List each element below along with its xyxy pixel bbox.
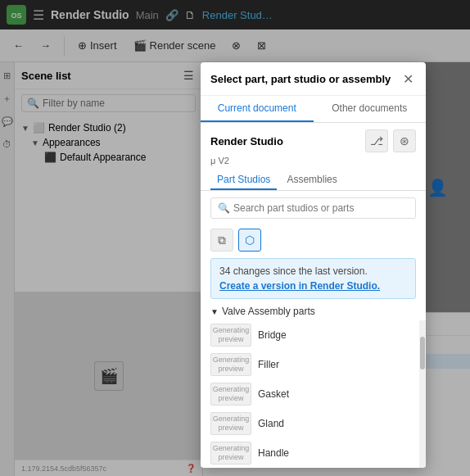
scrollbar-thumb: [420, 337, 425, 369]
modal-doc-version: μ V2: [201, 156, 426, 170]
part-item[interactable]: Generating preview Gland: [201, 409, 426, 438]
modal-close-btn[interactable]: ✕: [400, 70, 416, 87]
modal-tabs: Current document Other documents: [201, 96, 426, 123]
part-item[interactable]: Generating preview Gasket: [201, 379, 426, 409]
modal-header: Select part, part studio or assembly ✕: [201, 62, 426, 96]
tab-other-documents[interactable]: Other documents: [314, 96, 427, 122]
chevron-down-icon: ▼: [210, 307, 219, 316]
sub-tab-assemblies[interactable]: Assemblies: [280, 170, 343, 190]
part-item[interactable]: Generating preview Filler: [201, 350, 426, 379]
changes-banner-text: 34 changes since the last version.: [219, 265, 407, 277]
select-part-modal: Select part, part studio or assembly ✕ C…: [201, 62, 426, 468]
cube-view-btn[interactable]: ⬡: [238, 229, 261, 252]
modal-sub-tabs: Part Studios Assemblies: [201, 170, 426, 191]
modal-search-box: 🔍: [210, 197, 416, 219]
modal-title: Select part, part studio or assembly: [210, 73, 400, 85]
part-item[interactable]: Generating preview Handle: [201, 438, 426, 468]
search-icon-modal: 🔍: [218, 202, 230, 214]
part-preview: Generating preview: [210, 324, 251, 347]
sub-tab-part-studios[interactable]: Part Studios: [210, 170, 277, 190]
modal-doc-header: Render Studio ⎇ ⊛: [201, 123, 426, 156]
part-preview: Generating preview: [210, 442, 251, 465]
part-preview: Generating preview: [210, 412, 251, 435]
part-item[interactable]: Generating preview Bridge: [201, 320, 426, 350]
tab-current-document[interactable]: Current document: [201, 96, 314, 122]
branch-icon-btn[interactable]: ⎇: [365, 129, 388, 152]
create-version-link[interactable]: Create a version in Render Studio.: [219, 280, 407, 292]
part-search-input[interactable]: [233, 202, 409, 214]
modal-icon-row: ⧉ ⬡: [201, 225, 426, 255]
part-preview: Generating preview: [210, 353, 251, 376]
parts-list: Generating preview Bridge Generating pre…: [201, 320, 426, 468]
copy-view-btn[interactable]: ⧉: [210, 229, 233, 252]
modal-scrollbar[interactable]: [419, 320, 426, 468]
changes-banner: 34 changes since the last version. Creat…: [210, 258, 416, 299]
parts-section-header: ▼ Valve Assembly parts: [201, 302, 426, 320]
link-icon-btn[interactable]: ⊛: [393, 129, 416, 152]
part-preview: Generating preview: [210, 383, 251, 406]
